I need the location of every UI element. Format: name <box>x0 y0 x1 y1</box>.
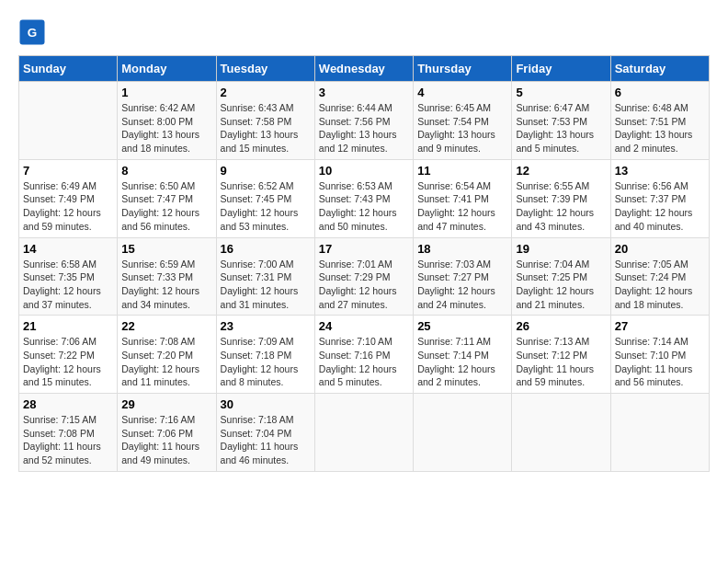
day-number: 6 <box>615 86 705 99</box>
logo: G <box>18 18 50 46</box>
day-info: Sunrise: 6:58 AMSunset: 7:35 PMDaylight:… <box>23 258 113 312</box>
day-info: Sunrise: 7:18 AMSunset: 7:04 PMDaylight:… <box>221 413 311 467</box>
day-number: 14 <box>23 242 113 256</box>
calendar-cell: 7Sunrise: 6:49 AMSunset: 7:49 PMDaylight… <box>19 159 118 237</box>
day-info: Sunrise: 7:08 AMSunset: 7:20 PMDaylight:… <box>121 335 211 389</box>
calendar-cell: 3Sunrise: 6:44 AMSunset: 7:56 PMDaylight… <box>314 82 413 160</box>
calendar-cell: 4Sunrise: 6:45 AMSunset: 7:54 PMDaylight… <box>414 82 512 160</box>
day-number: 3 <box>319 86 409 99</box>
header-friday: Friday <box>512 56 610 82</box>
calendar-cell <box>610 394 709 472</box>
logo-icon: G <box>18 18 46 46</box>
calendar-cell: 28Sunrise: 7:15 AMSunset: 7:08 PMDayligh… <box>19 394 118 472</box>
day-number: 8 <box>121 164 211 178</box>
calendar-cell: 19Sunrise: 7:04 AMSunset: 7:25 PMDayligh… <box>512 237 610 316</box>
calendar-cell: 22Sunrise: 7:08 AMSunset: 7:20 PMDayligh… <box>118 316 216 394</box>
calendar-cell: 5Sunrise: 6:47 AMSunset: 7:53 PMDaylight… <box>512 82 610 160</box>
day-info: Sunrise: 7:13 AMSunset: 7:12 PMDaylight:… <box>516 335 606 389</box>
day-number: 10 <box>319 164 409 178</box>
calendar-table: SundayMondayTuesdayWednesdayThursdayFrid… <box>18 55 710 472</box>
day-info: Sunrise: 6:48 AMSunset: 7:51 PMDaylight:… <box>615 101 705 155</box>
day-info: Sunrise: 7:06 AMSunset: 7:22 PMDaylight:… <box>23 335 113 389</box>
calendar-cell: 21Sunrise: 7:06 AMSunset: 7:22 PMDayligh… <box>19 316 118 394</box>
day-number: 18 <box>417 242 507 256</box>
day-number: 13 <box>615 164 705 178</box>
day-info: Sunrise: 6:53 AMSunset: 7:43 PMDaylight:… <box>319 179 409 234</box>
day-number: 24 <box>319 319 409 333</box>
day-number: 1 <box>121 86 211 99</box>
page-header: G <box>18 18 710 46</box>
day-info: Sunrise: 6:47 AMSunset: 7:53 PMDaylight:… <box>516 101 606 155</box>
day-info: Sunrise: 6:50 AMSunset: 7:47 PMDaylight:… <box>121 179 211 234</box>
day-number: 29 <box>121 397 211 411</box>
calendar-cell: 23Sunrise: 7:09 AMSunset: 7:18 PMDayligh… <box>216 316 314 394</box>
day-info: Sunrise: 7:16 AMSunset: 7:06 PMDaylight:… <box>121 413 211 467</box>
day-info: Sunrise: 7:04 AMSunset: 7:25 PMDaylight:… <box>516 258 606 312</box>
calendar-cell: 18Sunrise: 7:03 AMSunset: 7:27 PMDayligh… <box>414 237 512 316</box>
day-info: Sunrise: 7:10 AMSunset: 7:16 PMDaylight:… <box>319 335 409 389</box>
day-number: 22 <box>121 319 211 333</box>
day-info: Sunrise: 7:05 AMSunset: 7:24 PMDaylight:… <box>615 258 705 312</box>
calendar-week-row: 1Sunrise: 6:42 AMSunset: 8:00 PMDaylight… <box>19 82 710 160</box>
calendar-cell <box>314 394 413 472</box>
calendar-cell: 15Sunrise: 6:59 AMSunset: 7:33 PMDayligh… <box>118 237 216 316</box>
day-number: 30 <box>221 397 311 411</box>
calendar-cell: 17Sunrise: 7:01 AMSunset: 7:29 PMDayligh… <box>314 237 413 316</box>
calendar-cell: 29Sunrise: 7:16 AMSunset: 7:06 PMDayligh… <box>118 394 216 472</box>
day-info: Sunrise: 7:09 AMSunset: 7:18 PMDaylight:… <box>221 335 311 389</box>
calendar-cell <box>512 394 610 472</box>
svg-text:G: G <box>28 26 38 40</box>
day-info: Sunrise: 6:55 AMSunset: 7:39 PMDaylight:… <box>516 179 606 234</box>
day-info: Sunrise: 6:45 AMSunset: 7:54 PMDaylight:… <box>417 101 507 155</box>
day-info: Sunrise: 7:03 AMSunset: 7:27 PMDaylight:… <box>417 258 507 312</box>
calendar-cell: 20Sunrise: 7:05 AMSunset: 7:24 PMDayligh… <box>610 237 709 316</box>
calendar-cell <box>19 82 118 160</box>
calendar-week-row: 28Sunrise: 7:15 AMSunset: 7:08 PMDayligh… <box>19 394 710 472</box>
day-info: Sunrise: 6:52 AMSunset: 7:45 PMDaylight:… <box>221 179 311 234</box>
day-info: Sunrise: 7:01 AMSunset: 7:29 PMDaylight:… <box>319 258 409 312</box>
day-info: Sunrise: 6:54 AMSunset: 7:41 PMDaylight:… <box>417 179 507 234</box>
header-wednesday: Wednesday <box>314 56 413 82</box>
day-number: 15 <box>121 242 211 256</box>
day-info: Sunrise: 7:00 AMSunset: 7:31 PMDaylight:… <box>221 258 311 312</box>
calendar-cell: 14Sunrise: 6:58 AMSunset: 7:35 PMDayligh… <box>19 237 118 316</box>
calendar-cell: 30Sunrise: 7:18 AMSunset: 7:04 PMDayligh… <box>216 394 314 472</box>
day-number: 28 <box>23 397 113 411</box>
calendar-cell: 10Sunrise: 6:53 AMSunset: 7:43 PMDayligh… <box>314 159 413 237</box>
calendar-cell: 27Sunrise: 7:14 AMSunset: 7:10 PMDayligh… <box>610 316 709 394</box>
calendar-cell: 11Sunrise: 6:54 AMSunset: 7:41 PMDayligh… <box>414 159 512 237</box>
day-number: 4 <box>417 86 507 99</box>
day-info: Sunrise: 7:14 AMSunset: 7:10 PMDaylight:… <box>615 335 705 389</box>
day-number: 12 <box>516 164 606 178</box>
day-number: 9 <box>221 164 311 178</box>
calendar-header-row: SundayMondayTuesdayWednesdayThursdayFrid… <box>19 56 710 82</box>
calendar-cell: 24Sunrise: 7:10 AMSunset: 7:16 PMDayligh… <box>314 316 413 394</box>
day-number: 7 <box>23 164 113 178</box>
calendar-week-row: 7Sunrise: 6:49 AMSunset: 7:49 PMDaylight… <box>19 159 710 237</box>
calendar-cell: 13Sunrise: 6:56 AMSunset: 7:37 PMDayligh… <box>610 159 709 237</box>
day-info: Sunrise: 6:59 AMSunset: 7:33 PMDaylight:… <box>121 258 211 312</box>
calendar-cell: 25Sunrise: 7:11 AMSunset: 7:14 PMDayligh… <box>414 316 512 394</box>
header-sunday: Sunday <box>19 56 118 82</box>
header-thursday: Thursday <box>414 56 512 82</box>
calendar-cell: 12Sunrise: 6:55 AMSunset: 7:39 PMDayligh… <box>512 159 610 237</box>
day-info: Sunrise: 7:11 AMSunset: 7:14 PMDaylight:… <box>417 335 507 389</box>
day-number: 20 <box>615 242 705 256</box>
day-number: 21 <box>23 319 113 333</box>
day-number: 2 <box>221 86 311 99</box>
header-monday: Monday <box>118 56 216 82</box>
calendar-cell: 16Sunrise: 7:00 AMSunset: 7:31 PMDayligh… <box>216 237 314 316</box>
day-info: Sunrise: 6:44 AMSunset: 7:56 PMDaylight:… <box>319 101 409 155</box>
calendar-cell: 9Sunrise: 6:52 AMSunset: 7:45 PMDaylight… <box>216 159 314 237</box>
calendar-cell: 1Sunrise: 6:42 AMSunset: 8:00 PMDaylight… <box>118 82 216 160</box>
day-number: 11 <box>417 164 507 178</box>
day-number: 17 <box>319 242 409 256</box>
day-number: 23 <box>221 319 311 333</box>
day-number: 16 <box>221 242 311 256</box>
header-saturday: Saturday <box>610 56 709 82</box>
calendar-cell: 6Sunrise: 6:48 AMSunset: 7:51 PMDaylight… <box>610 82 709 160</box>
day-info: Sunrise: 6:56 AMSunset: 7:37 PMDaylight:… <box>615 179 705 234</box>
day-number: 19 <box>516 242 606 256</box>
calendar-cell: 2Sunrise: 6:43 AMSunset: 7:58 PMDaylight… <box>216 82 314 160</box>
day-number: 26 <box>516 319 606 333</box>
